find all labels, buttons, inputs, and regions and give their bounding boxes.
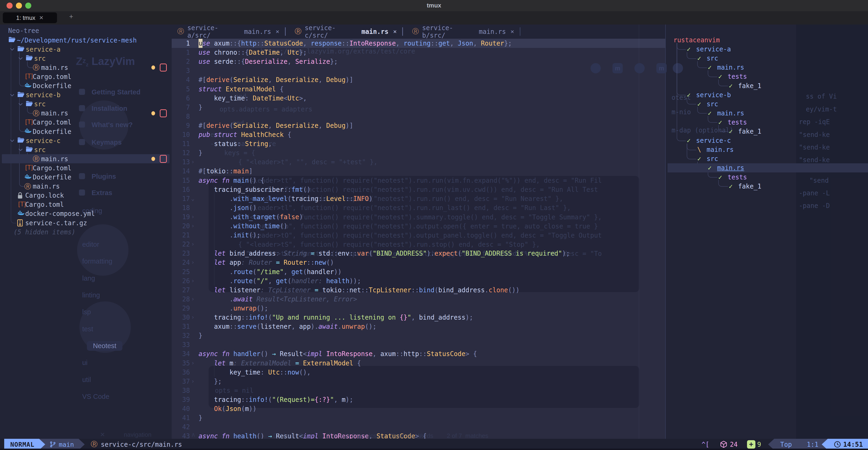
buffer-name: main.rs bbox=[244, 28, 271, 35]
line-number: 40 bbox=[172, 404, 190, 413]
code-line[interactable]: .route("/", get(handler: health)); bbox=[198, 276, 361, 286]
code-line[interactable]: let bind_address: String = std::env::var… bbox=[198, 249, 570, 258]
file-tree-item[interactable]: [T]Cargo.toml bbox=[0, 200, 172, 209]
tab-separator bbox=[285, 27, 286, 36]
fold-ghost-icon: › bbox=[191, 378, 194, 385]
file-tree-item[interactable]: service-c.tar.gz bbox=[0, 218, 172, 227]
mode-indicator: NORMAL bbox=[4, 439, 45, 450]
close-icon[interactable]: ✕ bbox=[510, 28, 514, 35]
buffer-path: service-c/src/ bbox=[305, 24, 358, 39]
terminal-tab[interactable]: 1: tmux ✕ bbox=[3, 12, 57, 23]
test-node-name: main.rs bbox=[717, 63, 744, 72]
test-passed-icon: ✓ bbox=[708, 109, 712, 118]
code-line[interactable]: let app: Router = Router::new() bbox=[198, 258, 334, 267]
code-line[interactable]: let listener: TcpListener = tokio::net::… bbox=[198, 286, 520, 295]
test-passed-icon: ✓ bbox=[697, 154, 701, 163]
test-tree-item[interactable]: ✓tests bbox=[0, 173, 868, 182]
test-tree-item[interactable]: ✓fake_1 bbox=[0, 182, 868, 191]
line-number: 41 bbox=[172, 413, 190, 422]
code-line[interactable]: .without_time() bbox=[198, 221, 287, 231]
line-number: 23 bbox=[172, 249, 190, 258]
test-node-name: src bbox=[707, 54, 718, 63]
test-tree-item[interactable]: ✓src bbox=[0, 154, 868, 163]
rust-icon: Ⓡ bbox=[412, 27, 419, 36]
terminal-tab-bar: 1: tmux ✕ + bbox=[0, 11, 868, 25]
scroll-position: Top bbox=[780, 441, 792, 448]
test-node-name: service-a bbox=[696, 44, 731, 54]
code-line[interactable]: let m: ExternalModel = ExternalModel { bbox=[198, 359, 361, 368]
test-tree-item[interactable]: ✓src bbox=[0, 54, 868, 63]
test-node-name: fake_1 bbox=[738, 127, 761, 136]
file-tree-item[interactable]: (5 hidden items) bbox=[0, 227, 172, 236]
line-number: 20 bbox=[172, 221, 190, 231]
test-tree-item[interactable]: ✓service-b bbox=[0, 90, 868, 99]
current-file: Ⓡservice-c/src/main.rs bbox=[91, 439, 182, 450]
test-tree-item[interactable]: \main.rs bbox=[0, 145, 868, 154]
code-line[interactable]: .await Result<TcpListener, Error> bbox=[198, 295, 357, 304]
screen: tmux 1: tmux ✕ + Zzz LazyVimGetting Star… bbox=[0, 0, 868, 450]
code-line[interactable]: .json() bbox=[198, 203, 256, 212]
file-tree-item[interactable]: ~/Development/rust/service-mesh bbox=[0, 35, 172, 44]
plugin-cube-icon bbox=[720, 441, 727, 448]
line-number: 39 bbox=[172, 395, 190, 404]
ghost-config-item: lang bbox=[82, 274, 95, 282]
clock-segment: 14:51 bbox=[822, 439, 868, 450]
code-line[interactable]: tracing::info!("(Request)={:?}", m); bbox=[198, 395, 353, 404]
code-line[interactable]: async fn handler() → Result<impl IntoRes… bbox=[198, 349, 477, 358]
buffer-tab[interactable]: Ⓡservice-b/src/main.rs✕ bbox=[406, 25, 520, 38]
git-branch-segment: main bbox=[39, 439, 85, 450]
test-tree-item[interactable]: ✓main.rs bbox=[0, 63, 868, 72]
clock-icon bbox=[834, 441, 841, 448]
test-node-name: main.rs bbox=[717, 163, 744, 173]
buffer-tab-active[interactable]: Ⓡservice-c/src/main.rs✕ bbox=[289, 25, 402, 38]
file-tree-item[interactable]: Cargo.lock bbox=[0, 191, 172, 200]
close-icon[interactable]: ✕ bbox=[393, 28, 397, 35]
file-name: service-c.tar.gz bbox=[25, 219, 87, 227]
test-node-name: tests bbox=[727, 173, 747, 182]
line-number: 31 bbox=[172, 322, 190, 331]
test-tree-item[interactable]: ✓tests bbox=[0, 118, 868, 127]
test-passed-icon: ✓ bbox=[729, 81, 733, 90]
test-tree-item[interactable]: ✓service-a bbox=[0, 44, 868, 54]
test-passed-icon: ✓ bbox=[718, 173, 722, 182]
file-name: (5 hidden items) bbox=[13, 228, 75, 236]
code-line[interactable]: .route("/time", get(handler)) bbox=[198, 267, 342, 276]
ghost-text: ∧ bbox=[191, 431, 195, 438]
ghost-text: -pane -D bbox=[799, 202, 830, 209]
code-line[interactable]: } bbox=[198, 413, 203, 422]
macos-titlebar: tmux bbox=[0, 0, 868, 11]
test-node-name: fake_1 bbox=[738, 182, 761, 191]
close-icon[interactable]: ✕ bbox=[276, 28, 279, 35]
plugin-count: 24 bbox=[730, 441, 738, 448]
text-cursor: u bbox=[198, 39, 203, 48]
rust-icon: Ⓡ bbox=[91, 440, 98, 449]
code-line[interactable]: tracing::info!("Up and running ... liste… bbox=[198, 313, 473, 322]
file-name: Cargo.toml bbox=[25, 201, 64, 208]
buffer-tab[interactable]: Ⓡservice-a/src/main.rs✕ bbox=[172, 25, 285, 38]
code-line[interactable]: .unwrap(); bbox=[198, 304, 268, 313]
test-tree-item[interactable]: ✓main.rs bbox=[0, 109, 868, 118]
code-line[interactable]: Ok(Json(m)) bbox=[198, 404, 256, 413]
test-tree-item[interactable]: ✓src bbox=[0, 99, 868, 109]
ghost-code-line: { "<leader>tl", function() require("neot… bbox=[238, 203, 571, 212]
code-line[interactable]: axum::serve(listener, app).await.unwrap(… bbox=[198, 322, 376, 331]
test-passed-icon: ✓ bbox=[687, 90, 691, 99]
code-line[interactable]: key_time: Utc::now(), bbox=[198, 368, 311, 377]
test-passed-icon: ✓ bbox=[708, 163, 712, 173]
code-line[interactable]: .init(); bbox=[198, 231, 260, 240]
code-line[interactable]: .with_max_level(tracing::Level::INFO) bbox=[198, 194, 373, 203]
code-line[interactable]: .with_target(false) bbox=[198, 212, 303, 221]
code-line[interactable]: } bbox=[198, 331, 203, 340]
new-tab-button[interactable]: + bbox=[69, 12, 73, 21]
file-name: ~/Development/rust/service-mesh bbox=[17, 36, 137, 44]
close-icon[interactable]: ✕ bbox=[39, 15, 43, 21]
line-number: 27 bbox=[172, 286, 190, 295]
buffer-path: service-b/src/ bbox=[422, 24, 475, 39]
test-tree-item[interactable]: ✓fake_1 bbox=[0, 127, 868, 136]
code-line[interactable]: }; bbox=[198, 377, 222, 386]
file-tree-item[interactable]: docker-compose.yml bbox=[0, 209, 172, 218]
test-tree-item[interactable]: ✓service-c bbox=[0, 136, 868, 145]
test-tree-item[interactable]: ✓main.rs bbox=[0, 163, 868, 173]
test-tree-item[interactable]: ✓fake_1 bbox=[0, 81, 868, 90]
test-tree-item[interactable]: ✓tests bbox=[0, 72, 868, 81]
